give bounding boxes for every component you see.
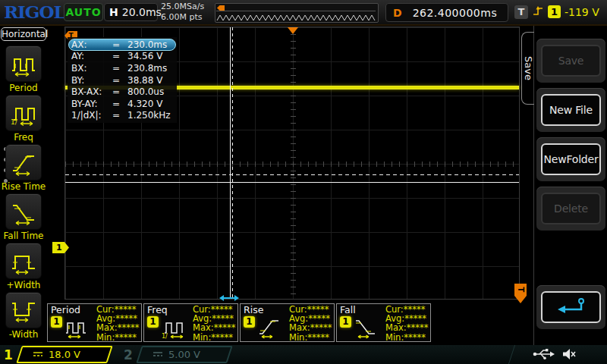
menu-item-label: Freq [0, 132, 47, 143]
cursor-row-bxax: BX-AX: = 800.0us [68, 86, 176, 98]
cursor-row-value: 800.0us [127, 86, 164, 97]
menu-item-minus-width[interactable]: -Width [0, 292, 47, 340]
channel-badge: 1 [147, 316, 159, 328]
horizontal-label: H [105, 6, 122, 18]
stat-min: Min:***** [385, 333, 428, 342]
stat-min: Min:***** [289, 333, 332, 342]
menu-item-period[interactable]: Period [0, 46, 47, 93]
cursor-row-label: BX-AX: [71, 86, 112, 97]
rise-time-icon [5, 144, 42, 180]
delay-value: 262.400000ms [413, 7, 498, 19]
save-button[interactable]: Save [541, 45, 601, 77]
menu-item-label: Rise Time [0, 181, 47, 192]
cursor-b-hline[interactable] [65, 174, 519, 175]
usb-icon [532, 347, 555, 364]
fall-time-icon [5, 193, 42, 230]
channel1-ground-icon[interactable]: 1 [52, 242, 69, 253]
menu-item-rise-time[interactable]: Rise Time [0, 144, 47, 192]
delete-button[interactable]: Delete [541, 193, 601, 224]
cursor-row-value: 230.0ms [127, 39, 167, 50]
channel2-indicator[interactable]: 2 5.00 V [124, 346, 230, 363]
cursor-row-label: AX: [71, 39, 112, 50]
cursor-row-value: 1.250kHz [127, 110, 171, 121]
left-measure-menu: Horizontal Period 1/ Freq [0, 26, 47, 344]
menu-item-label: Period [0, 83, 47, 93]
menu-item-label: +Width [0, 280, 47, 290]
stat-max: Max:***** [385, 323, 428, 332]
channel1-scale: 18.0 V [49, 349, 80, 360]
trigger-slope-icon [532, 5, 544, 20]
svg-text:1/: 1/ [162, 333, 168, 340]
equals-sign: = [112, 39, 127, 50]
cursor-measure-panel: AX: = 230.0ms AY: = 34.56 V BX: = 230.8m… [68, 37, 177, 123]
channel1-box: 18.0 V [16, 346, 112, 363]
cursor-row-ax: AX: = 230.0ms [68, 39, 176, 51]
cursor-a-hline[interactable] [65, 182, 519, 183]
equals-sign: = [112, 75, 127, 86]
return-button[interactable] [541, 291, 601, 323]
stat-max: Max:***** [289, 323, 332, 332]
new-file-button-slot: New File [536, 88, 605, 132]
speaker-muted-icon [561, 347, 577, 364]
sample-rate: 25.0MSa/s [161, 2, 204, 12]
cursor-a-vline[interactable] [230, 27, 231, 299]
stat-min: Min:***** [193, 333, 235, 342]
trigger-level-value: -119 V [565, 6, 599, 18]
trigger-level-icon[interactable]: T [514, 284, 527, 303]
waveform-preview[interactable] [215, 3, 379, 23]
cursor-row-label: AY: [71, 51, 112, 61]
measurement-fall[interactable]: Fall 1 Cur:***** Avg:***** Max:***** Min… [336, 303, 431, 342]
channel1-number: 1 [4, 347, 13, 362]
cursor-b-vline[interactable] [232, 27, 233, 299]
delay-label: D [393, 7, 402, 19]
memory-depth: 6.00M pts [161, 12, 204, 23]
menu-item-label: Fall Time [0, 231, 47, 241]
save-menu-tab: Save [521, 32, 534, 105]
status-icons [532, 347, 577, 364]
cursor-row-value: 4.320 V [127, 99, 162, 109]
channel-badge: 1 [244, 316, 255, 328]
channel-badge: 1 [51, 316, 62, 328]
trigger-source-badge: 1 [548, 5, 561, 18]
cursor-row-label: BX: [71, 63, 112, 74]
channel1-indicator[interactable]: 1 18.0 V [4, 346, 110, 363]
trigger-label-badge: T [514, 5, 528, 19]
channel2-box: 5.00 V [136, 346, 232, 363]
trigger-info-box[interactable]: T 1 -119 V [514, 3, 599, 20]
fall-time-icon [354, 313, 382, 345]
trigger-status-badge: AUTO [64, 3, 103, 21]
delete-button-slot: Delete [536, 187, 605, 231]
channel-badge: 1 [340, 316, 351, 328]
timebase-box[interactable]: H 20.0ms [104, 3, 158, 21]
measurement-period[interactable]: Period 1 Cur:***** Avg:***** Max:***** M… [47, 303, 142, 342]
new-file-button[interactable]: New File [541, 94, 601, 126]
measurement-freq[interactable]: Freq 1 1/ Cur:***** Avg:***** Max:***** … [143, 303, 238, 342]
rise-time-icon [257, 313, 286, 345]
menu-item-freq[interactable]: 1/ Freq [0, 95, 47, 143]
period-icon [64, 313, 93, 345]
cursor-row-label: 1/|dX|: [71, 110, 112, 121]
measurement-rise[interactable]: Rise 1 Cur:***** Avg:***** Max:***** Min… [240, 303, 335, 342]
cursor-row-value: 230.8ms [127, 63, 167, 74]
trigger-delay-box[interactable]: D 262.400000ms [385, 3, 508, 22]
new-folder-button[interactable]: NewFolder [541, 143, 601, 175]
menu-title: Horizontal [1, 27, 46, 41]
stat-max: Max:***** [96, 323, 139, 332]
return-arrow-icon [555, 297, 588, 318]
cursor-row-label: BY-AY: [71, 99, 112, 109]
preview-position-icon [217, 5, 225, 11]
bottom-bar-divider [508, 345, 515, 364]
trigger-position-icon[interactable] [288, 27, 298, 34]
right-soft-menu: Save Save New File NewFolder Delete [533, 26, 607, 347]
menu-item-fall-time[interactable]: Fall Time [0, 193, 47, 241]
equals-sign: = [112, 86, 127, 97]
bottom-channel-bar: 1 18.0 V 2 [0, 345, 607, 364]
timebase-value: 20.0ms [122, 6, 162, 18]
cursor-row-byay: BY-AY: = 4.320 V [68, 98, 176, 110]
cursor-move-arrow-icon [219, 290, 239, 305]
cursor-row-freq: 1/|dX|: = 1.250kHz [68, 110, 176, 122]
acquisition-info: 25.0MSa/s 6.00M pts [161, 2, 204, 23]
dc-coupling-icon [33, 349, 43, 360]
freq-icon: 1/ [5, 95, 42, 131]
menu-item-plus-width[interactable]: +Width [0, 243, 47, 290]
